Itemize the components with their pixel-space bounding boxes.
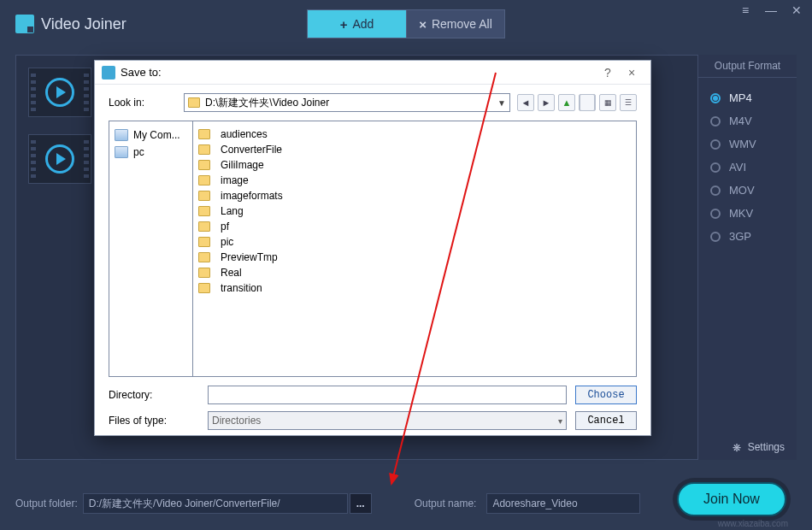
nav-view-list-button[interactable]: ☰: [620, 94, 637, 111]
folder-item[interactable]: imageformats: [198, 188, 631, 203]
gear-icon: ❋: [733, 442, 743, 452]
join-now-button[interactable]: Join Now: [677, 482, 786, 516]
folder-icon: [198, 144, 210, 155]
format-option-wmv[interactable]: WMV: [698, 132, 797, 156]
folder-icon: [198, 237, 210, 247]
filetype-select[interactable]: Directories ▾: [208, 411, 567, 430]
computer-icon: [115, 146, 128, 158]
folder-item[interactable]: GiliImage: [198, 157, 631, 173]
settings-button[interactable]: ❋ Settings: [733, 441, 785, 453]
format-option-mp4[interactable]: MP4: [698, 86, 797, 109]
add-button[interactable]: +Add: [307, 9, 406, 38]
format-panel-title: Output Format: [698, 60, 797, 78]
radio-icon: [710, 162, 721, 173]
remove-all-button[interactable]: ×Remove All: [406, 9, 505, 38]
radio-icon: [710, 139, 721, 150]
computer-icon: [115, 129, 128, 141]
dialog-titlebar: Save to: ? ×: [95, 61, 650, 85]
folder-icon: [198, 206, 210, 216]
close-button[interactable]: ✕: [790, 3, 803, 17]
output-folder-label: Output folder:: [15, 498, 78, 509]
place-item[interactable]: pc: [115, 144, 187, 161]
minimize-button[interactable]: —: [764, 3, 778, 17]
dialog-icon: [102, 66, 115, 80]
filetype-label: Files of type:: [109, 415, 208, 427]
dialog-title: Save to:: [121, 66, 162, 79]
play-icon: [45, 144, 74, 174]
format-option-m4v[interactable]: M4V: [698, 109, 797, 132]
titlebar: Video Joiner +Add ×Remove All ≡ — ✕: [0, 0, 812, 48]
folder-icon: [198, 191, 210, 201]
footer: Output folder: ... Output name: Join Now…: [0, 477, 812, 530]
output-name-label: Output name:: [415, 498, 477, 509]
output-folder-input[interactable]: [83, 493, 348, 514]
play-icon: [45, 78, 74, 107]
window-controls: ≡ — ✕: [738, 3, 803, 17]
plus-icon: +: [340, 17, 348, 32]
chevron-down-icon: ▼: [497, 98, 506, 108]
nav-forward-button[interactable]: ►: [538, 94, 555, 111]
nav-up-button[interactable]: ▲: [558, 94, 575, 111]
nav-view-icons-button[interactable]: ▦: [599, 94, 616, 111]
folder-icon: [188, 97, 200, 108]
directory-input[interactable]: [208, 386, 567, 404]
place-item[interactable]: My Com...: [115, 127, 187, 144]
app-icon: [15, 15, 34, 33]
folder-item[interactable]: image: [198, 173, 631, 188]
nav-newfolder-button[interactable]: [579, 94, 596, 111]
dialog-close-button[interactable]: ×: [620, 66, 644, 80]
folder-item[interactable]: transition: [198, 280, 631, 296]
radio-icon: [710, 116, 721, 127]
cancel-button[interactable]: Cancel: [575, 411, 637, 430]
format-option-avi[interactable]: AVI: [698, 156, 797, 179]
top-buttons: +Add ×Remove All: [307, 9, 505, 38]
output-name-input[interactable]: [486, 493, 640, 514]
file-browser: My Com...pc audiencesConverterFileGiliIm…: [109, 121, 637, 377]
nav-back-button[interactable]: ◄: [517, 94, 534, 111]
folder-item[interactable]: Lang: [198, 203, 631, 219]
format-option-3gp[interactable]: 3GP: [698, 225, 797, 248]
output-format-panel: Output Format MP4M4VWMVAVIMOVMKV3GP ❋ Se…: [697, 55, 797, 460]
folder-item[interactable]: ConverterFile: [198, 142, 631, 157]
save-dialog: Save to: ? × Look in: D:\新建文件夹\Video Joi…: [94, 60, 651, 436]
format-option-mkv[interactable]: MKV: [698, 202, 797, 225]
choose-button[interactable]: Choose: [575, 386, 637, 404]
lookin-combo[interactable]: D:\新建文件夹\Video Joiner ▼: [184, 93, 510, 112]
lookin-label: Look in:: [109, 97, 184, 109]
folder-item[interactable]: PreviewTmp: [198, 250, 631, 265]
x-icon: ×: [419, 17, 427, 32]
folder-icon: [198, 129, 210, 139]
places-sidebar: My Com...pc: [109, 121, 193, 376]
folder-icon: [198, 175, 210, 186]
folder-icon: [198, 160, 210, 170]
watermark: www.xiazaiba.com: [718, 519, 788, 528]
video-thumb[interactable]: [28, 68, 91, 117]
directory-label: Directory:: [109, 389, 208, 401]
radio-icon: [710, 93, 721, 103]
folder-icon: [198, 252, 210, 262]
file-list: audiencesConverterFileGiliImageimageimag…: [193, 121, 636, 376]
radio-icon: [710, 232, 721, 242]
radio-icon: [710, 209, 721, 219]
app-title: Video Joiner: [41, 15, 127, 33]
dialog-help-button[interactable]: ?: [596, 66, 620, 80]
folder-item[interactable]: audiences: [198, 127, 631, 142]
lookin-path: D:\新建文件夹\Video Joiner: [205, 96, 329, 110]
output-folder-browse-button[interactable]: ...: [350, 493, 372, 514]
chevron-down-icon: ▾: [558, 416, 562, 426]
folder-icon: [198, 268, 210, 278]
folder-icon: [198, 283, 210, 293]
nav-icons: ◄ ► ▲ ▦ ☰: [517, 94, 637, 111]
menu-icon[interactable]: ≡: [738, 3, 752, 17]
folder-icon: [198, 221, 210, 232]
folder-item[interactable]: pf: [198, 219, 631, 234]
folder-item[interactable]: pic: [198, 234, 631, 250]
folder-item[interactable]: Real: [198, 265, 631, 280]
format-option-mov[interactable]: MOV: [698, 179, 797, 202]
video-thumb[interactable]: [28, 134, 91, 184]
radio-icon: [710, 186, 721, 196]
